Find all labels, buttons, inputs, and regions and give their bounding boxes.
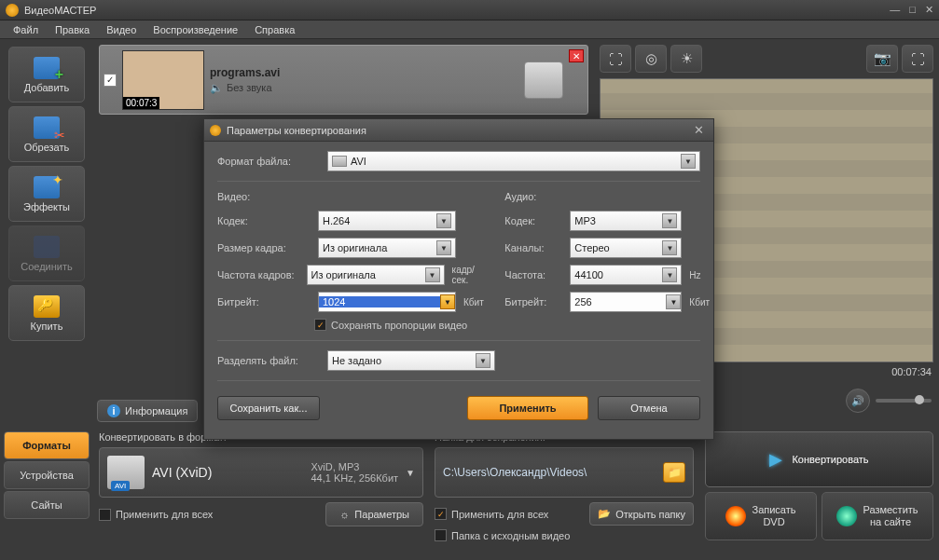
save-as-button[interactable]: Сохранить как... (217, 396, 320, 420)
buy-label: Купить (31, 321, 63, 332)
file-row[interactable]: ✓ 00:07:3 programs.avi 🔈Без звука ✕ (99, 45, 588, 115)
menu-help[interactable]: Справка (247, 22, 302, 37)
dialog-logo-icon (210, 125, 221, 136)
same-folder-checkbox[interactable]: Папка с исходным видео (435, 529, 570, 541)
adjust-tool-button[interactable]: ◎ (635, 45, 667, 73)
info-button[interactable]: Информация (97, 400, 198, 422)
dvd-icon (725, 506, 746, 526)
v-codec-label: Кодек: (217, 215, 311, 226)
channels-select[interactable]: Стерео▼ (570, 238, 682, 258)
add-button[interactable]: Добавить (8, 47, 85, 102)
apply-button[interactable]: Применить (467, 396, 588, 420)
snapshot-button[interactable]: 📷 (866, 45, 898, 73)
crop-tool-button[interactable]: ⛶ (600, 45, 631, 73)
v-bitrate-input[interactable]: 1024▼ (318, 292, 456, 312)
tab-sites[interactable]: Сайты (4, 491, 90, 519)
a-bitrate-input[interactable]: 256▼ (570, 292, 682, 312)
cancel-button[interactable]: Отмена (598, 396, 700, 420)
file-format-value: AVI (351, 156, 366, 167)
chevron-down-icon[interactable]: ▼ (662, 213, 677, 228)
speaker-icon: 🔈 (210, 82, 223, 94)
menu-file[interactable]: Файл (6, 22, 46, 37)
chevron-down-icon[interactable]: ▼ (681, 154, 696, 169)
video-section-header: Видео: (217, 191, 486, 202)
chevron-down-icon[interactable]: ▼ (436, 213, 451, 228)
convert-button[interactable]: Конвертировать (705, 431, 933, 487)
tab-formats[interactable]: Форматы (4, 431, 90, 459)
freq-unit: Hz (689, 270, 700, 280)
scissors-icon (34, 116, 60, 139)
menu-edit[interactable]: Правка (48, 22, 97, 37)
open-folder-label: Открыть папку (615, 509, 685, 520)
fps-label: Частота кадров: (217, 269, 299, 280)
frame-size-label: Размер кадра: (217, 242, 311, 253)
fps-select[interactable]: Из оригинала▼ (307, 265, 445, 285)
chevron-down-icon[interactable]: ▼ (425, 267, 440, 282)
apply-all-format-checkbox[interactable]: Применить для всех (99, 509, 213, 521)
volume-slider[interactable] (876, 399, 932, 403)
a-codec-select[interactable]: MP3▼ (570, 211, 682, 231)
frame-size-select[interactable]: Из оригинала▼ (318, 238, 456, 258)
browse-folder-button[interactable]: 📁 (663, 462, 685, 483)
chevron-down-icon[interactable]: ▼ (436, 240, 451, 255)
volume-button[interactable]: 🔊 (846, 389, 870, 413)
publish-web-button[interactable]: Разместитьна сайте (822, 492, 933, 540)
conversion-params-dialog: Параметры конвертирования ✕ Формат файла… (203, 118, 714, 440)
close-button[interactable]: ✕ (925, 4, 933, 16)
parameters-button[interactable]: Параметры (325, 502, 423, 526)
open-folder-button[interactable]: Открыть папку (589, 502, 694, 526)
effects-label: Эффекты (23, 201, 70, 212)
join-label: Соединить (21, 261, 73, 272)
file-duration: 00:07:3 (123, 97, 159, 109)
add-icon (34, 57, 60, 79)
format-name: AVI (XviD) (152, 465, 303, 480)
file-remove-button[interactable]: ✕ (569, 49, 584, 62)
dialog-close-button[interactable]: ✕ (690, 123, 708, 137)
format-line2: 44,1 KHz, 256Кбит (311, 472, 398, 484)
freq-select[interactable]: 44100▼ (570, 265, 682, 285)
keep-aspect-checkbox[interactable]: ✓Сохранять пропорции видео (314, 319, 467, 331)
maximize-button[interactable]: □ (909, 4, 916, 16)
parameters-label: Параметры (354, 509, 409, 520)
camera-icon (524, 61, 563, 99)
minimize-button[interactable]: — (890, 4, 900, 16)
save-apply-all-label: Применить для всех (451, 509, 548, 520)
chevron-down-icon[interactable]: ▼ (440, 294, 455, 309)
v-codec-select[interactable]: H.264▼ (318, 211, 456, 231)
dialog-titlebar[interactable]: Параметры конвертирования ✕ (204, 119, 713, 142)
format-panel: Конвертировать в формат: AVI (XviD) XviD… (93, 426, 429, 560)
chevron-down-icon[interactable]: ▼ (662, 240, 677, 255)
split-select[interactable]: Не задано▼ (327, 350, 495, 371)
info-label: Информация (125, 405, 187, 417)
format-selector[interactable]: AVI (XviD) XviD, MP3 44,1 KHz, 256Кбит ▼ (99, 447, 423, 498)
file-thumbnail[interactable]: 00:07:3 (122, 50, 204, 110)
menu-playback[interactable]: Воспроизведение (145, 22, 245, 37)
audio-section-header: Аудио: (504, 191, 710, 202)
menu-video[interactable]: Видео (99, 22, 144, 37)
v-bitrate-unit: Кбит (463, 297, 484, 307)
chevron-down-icon[interactable]: ▼ (662, 267, 677, 282)
file-info: programs.avi 🔈Без звука (210, 66, 518, 94)
convert-label: Конвертировать (792, 454, 868, 465)
chevron-down-icon[interactable]: ▼ (666, 294, 681, 309)
left-sidebar: Добавить Обрезать Эффекты Соединить Купи… (0, 39, 93, 426)
file-checkbox[interactable]: ✓ (104, 74, 117, 87)
buy-button[interactable]: Купить (8, 285, 85, 341)
cut-button[interactable]: Обрезать (8, 106, 85, 162)
save-path-box[interactable]: C:\Users\Олександр\Videos\ 📁 (435, 447, 694, 498)
tab-devices[interactable]: Устройства (4, 461, 90, 489)
v-bitrate-label: Битрейт: (217, 296, 311, 307)
app-title: ВидеоМАСТЕР (24, 5, 890, 16)
menu-bar: Файл Правка Видео Воспроизведение Справк… (0, 20, 939, 39)
join-button: Соединить (8, 225, 85, 281)
file-format-select[interactable]: AVI ▼ (327, 151, 700, 171)
brightness-tool-button[interactable]: ☀ (670, 45, 702, 73)
file-audio-status: Без звука (227, 82, 272, 93)
effects-button[interactable]: Эффекты (8, 166, 85, 222)
file-name: programs.avi (210, 66, 518, 79)
burn-dvd-button[interactable]: ЗаписатьDVD (705, 492, 817, 540)
fullscreen-button[interactable]: ⛶ (902, 45, 933, 73)
chevron-down-icon[interactable]: ▼ (476, 353, 490, 368)
save-apply-all-checkbox[interactable]: ✓Применить для всех (435, 508, 548, 520)
globe-icon (836, 506, 857, 526)
